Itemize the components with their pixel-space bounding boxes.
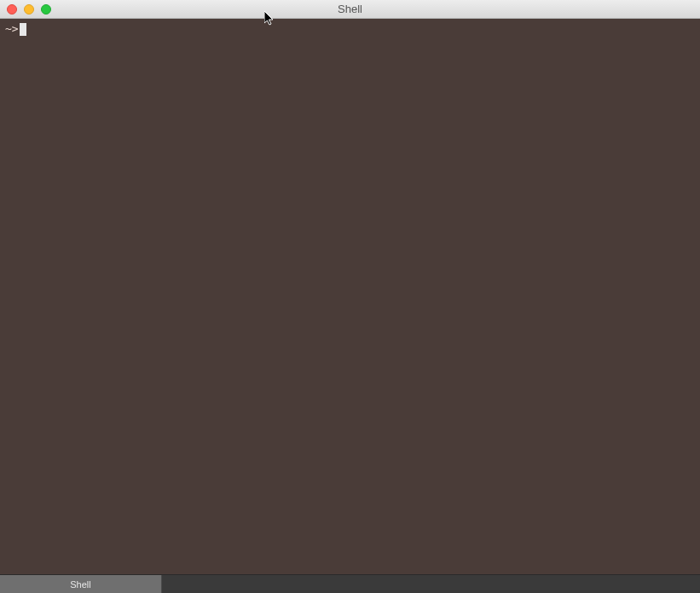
terminal-window: Shell ~> Shell xyxy=(0,0,700,593)
close-icon[interactable] xyxy=(7,4,17,15)
shell-prompt: ~> xyxy=(5,22,19,36)
maximize-icon[interactable] xyxy=(41,4,51,15)
prompt-line: ~> xyxy=(5,22,695,36)
minimize-icon[interactable] xyxy=(24,4,34,15)
window-title: Shell xyxy=(0,3,700,15)
titlebar[interactable]: Shell xyxy=(0,0,700,19)
text-cursor xyxy=(20,23,26,36)
window-controls xyxy=(0,4,51,15)
tab-label: Shell xyxy=(70,579,90,590)
tab-bar: Shell xyxy=(0,574,700,593)
terminal-view[interactable]: ~> xyxy=(0,19,700,574)
tab-shell[interactable]: Shell xyxy=(0,575,162,593)
